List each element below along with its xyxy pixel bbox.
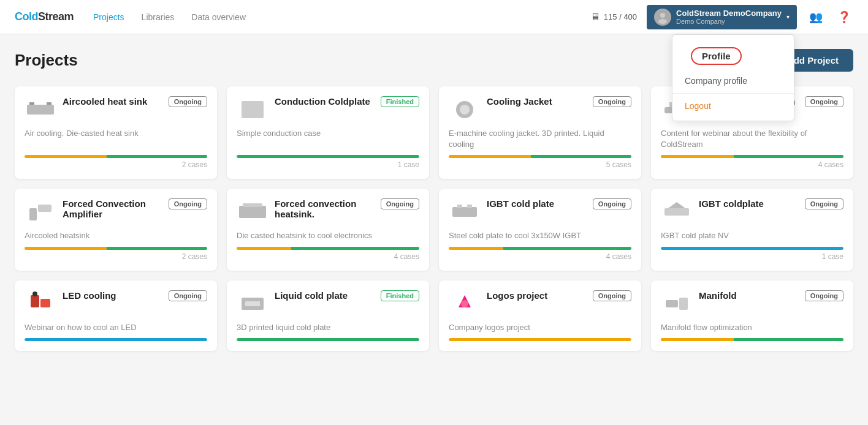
project-card-header: Forced Convection Amplifier Ongoing xyxy=(25,198,207,225)
project-thumbnail xyxy=(25,290,56,317)
project-card[interactable]: Manifold Ongoing Manifold flow optimizat… xyxy=(651,280,853,351)
svg-rect-25 xyxy=(666,300,678,307)
svg-rect-26 xyxy=(679,298,688,310)
help-icon-button[interactable]: ❓ xyxy=(835,8,853,26)
project-description: Content for webinar about the flexibilit… xyxy=(661,128,843,150)
project-description: Webinar on how to cool an LED xyxy=(25,322,207,333)
project-card[interactable]: LED cooling Ongoing Webinar on how to co… xyxy=(15,280,217,351)
project-card[interactable]: IGBT coldplate Ongoing IGBT cold plate N… xyxy=(651,189,853,270)
progress-row: 1 case xyxy=(661,247,843,261)
progress-row xyxy=(25,338,207,341)
svg-rect-23 xyxy=(245,301,260,306)
project-card-header: Logos project Ongoing xyxy=(449,290,631,317)
project-title: Logos project xyxy=(487,290,587,301)
project-title: Forced convection heatsink. xyxy=(275,198,375,219)
case-count: 2 cases xyxy=(25,160,207,169)
project-description: Die casted heatsink to cool electronics xyxy=(237,230,419,241)
svg-rect-19 xyxy=(31,295,39,307)
svg-rect-12 xyxy=(239,206,266,218)
project-card-header: Cooling Jacket Ongoing xyxy=(449,96,631,123)
header-right: 🖥 115 / 400 ColdStream DemoCompany Demo … xyxy=(590,5,853,29)
project-card[interactable]: IGBT cold plate Ongoing Steel cold plate… xyxy=(439,189,641,270)
chevron-down-icon: ▾ xyxy=(786,13,790,20)
progress-row: 5 cases xyxy=(449,155,631,169)
project-description: Company logos project xyxy=(449,322,631,333)
status-badge: Ongoing xyxy=(169,198,207,209)
project-thumbnail xyxy=(25,96,56,123)
project-card-header: IGBT coldplate Ongoing xyxy=(661,198,843,225)
project-title: Manifold xyxy=(699,290,799,301)
dropdown-profile[interactable]: Profile xyxy=(691,47,742,65)
project-thumbnail xyxy=(661,198,693,225)
status-badge: Finished xyxy=(381,290,419,301)
project-description: Aircooled heatsink xyxy=(25,230,207,241)
user-info: ColdStream DemoCompany Demo Company xyxy=(676,9,782,25)
main-nav: Projects Libraries Data overview xyxy=(93,12,590,22)
user-avatar xyxy=(654,9,671,26)
nav-data-overview[interactable]: Data overview xyxy=(191,12,246,22)
dropdown-logout[interactable]: Logout xyxy=(672,96,794,116)
progress-row: 4 cases xyxy=(661,155,843,169)
project-card-header: Liquid cold plate Finished xyxy=(237,290,419,317)
project-description: Manifold flow optimization xyxy=(661,322,843,333)
progress-row: 2 cases xyxy=(25,155,207,169)
progress-bar xyxy=(661,247,843,250)
project-card-header: LED cooling Ongoing xyxy=(25,290,207,317)
progress-row: 2 cases xyxy=(25,247,207,261)
progress-bar xyxy=(449,338,631,341)
svg-rect-5 xyxy=(242,101,264,118)
progress-row: 4 cases xyxy=(237,247,419,261)
app-logo[interactable]: ColdStream xyxy=(15,10,74,23)
user-menu-button[interactable]: ColdStream DemoCompany Demo Company ▾ xyxy=(647,5,797,29)
project-card[interactable]: Conduction Coldplate Finished Simple con… xyxy=(227,86,429,179)
project-title: Liquid cold plate xyxy=(275,290,375,301)
project-thumbnail xyxy=(449,290,481,317)
storage-icon: 🖥 xyxy=(590,12,600,23)
svg-point-24 xyxy=(461,300,468,307)
progress-bar xyxy=(25,247,207,250)
project-card-header: IGBT cold plate Ongoing xyxy=(449,198,631,225)
progress-bar xyxy=(449,247,631,250)
project-card-header: Aircooled heat sink Ongoing xyxy=(25,96,207,123)
svg-rect-16 xyxy=(467,205,472,208)
nav-libraries[interactable]: Libraries xyxy=(142,12,175,22)
progress-bar xyxy=(661,338,843,341)
progress-row: 1 case xyxy=(237,155,419,169)
case-count: 4 cases xyxy=(661,160,843,169)
project-title: Cooling Jacket xyxy=(487,96,587,107)
project-title: Aircooled heat sink xyxy=(63,96,162,107)
project-thumbnail xyxy=(237,198,268,225)
status-badge: Finished xyxy=(381,96,419,107)
nav-projects[interactable]: Projects xyxy=(93,12,124,22)
svg-rect-14 xyxy=(452,207,477,217)
project-card[interactable]: Cooling Jacket Ongoing E-machine cooling… xyxy=(439,86,641,179)
svg-rect-2 xyxy=(27,105,54,115)
project-card[interactable]: Forced convection heatsink. Ongoing Die … xyxy=(227,189,429,270)
project-description: 3D printed liquid cold plate xyxy=(237,322,419,333)
progress-row: 4 cases xyxy=(449,247,631,261)
svg-point-21 xyxy=(32,291,37,296)
progress-bar xyxy=(25,338,207,341)
project-card[interactable]: Forced Convection Amplifier Ongoing Airc… xyxy=(15,189,217,270)
project-thumbnail xyxy=(661,290,693,317)
case-count: 1 case xyxy=(237,160,419,169)
storage-text: 115 / 400 xyxy=(604,12,637,21)
case-count: 2 cases xyxy=(25,252,207,261)
progress-row xyxy=(661,338,843,341)
project-card[interactable]: Aircooled heat sink Ongoing Air cooling.… xyxy=(15,86,217,179)
svg-rect-4 xyxy=(47,102,51,105)
project-thumbnail xyxy=(25,198,56,225)
dropdown-company-profile[interactable]: Company profile xyxy=(672,71,794,91)
svg-marker-18 xyxy=(668,202,685,208)
project-card[interactable]: Liquid cold plate Finished 3D printed li… xyxy=(227,280,429,351)
user-dropdown-menu: Profile Company profile Logout xyxy=(672,34,794,121)
page-title: Projects xyxy=(15,51,78,70)
project-card[interactable]: Logos project Ongoing Company logos proj… xyxy=(439,280,641,351)
svg-rect-11 xyxy=(38,205,51,212)
status-badge: Ongoing xyxy=(593,96,631,107)
svg-rect-17 xyxy=(664,208,689,216)
svg-rect-13 xyxy=(243,203,262,207)
svg-rect-15 xyxy=(457,205,462,208)
progress-bar xyxy=(661,155,843,158)
group-icon-button[interactable]: 👥 xyxy=(807,8,825,26)
